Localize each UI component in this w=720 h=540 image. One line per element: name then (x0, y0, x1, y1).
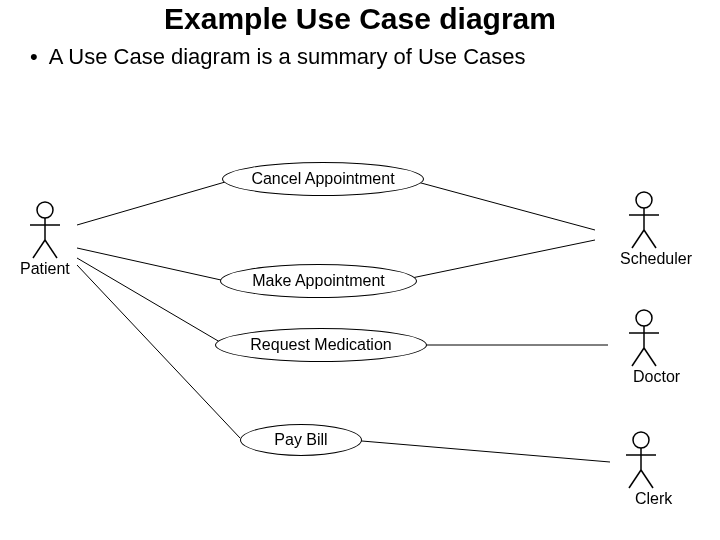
svg-line-0 (77, 180, 232, 225)
usecase-pay-bill: Pay Bill (240, 424, 362, 456)
actor-scheduler: Scheduler (595, 190, 692, 268)
actor-label-patient: Patient (20, 260, 70, 278)
svg-point-8 (37, 202, 53, 218)
svg-line-21 (632, 348, 644, 366)
svg-line-27 (641, 470, 653, 488)
svg-point-13 (636, 192, 652, 208)
actor-patient: Patient (20, 200, 70, 278)
svg-line-5 (402, 240, 595, 280)
svg-line-4 (410, 180, 595, 230)
svg-line-3 (77, 265, 240, 438)
actor-label-doctor: Doctor (633, 368, 680, 386)
stick-figure-icon (621, 430, 661, 490)
svg-line-7 (350, 440, 610, 462)
use-case-diagram: Cancel Appointment Make Appointment Requ… (0, 100, 720, 540)
svg-point-23 (633, 432, 649, 448)
usecase-request-medication: Request Medication (215, 328, 427, 362)
stick-figure-icon (25, 200, 65, 260)
actor-label-clerk: Clerk (635, 490, 672, 508)
svg-point-18 (636, 310, 652, 326)
usecase-cancel-appointment: Cancel Appointment (222, 162, 424, 196)
svg-line-22 (644, 348, 656, 366)
bullet-content: A Use Case diagram is a summary of Use C… (49, 44, 526, 69)
actor-label-scheduler: Scheduler (620, 250, 692, 268)
usecase-make-appointment: Make Appointment (220, 264, 417, 298)
actor-clerk: Clerk (610, 430, 672, 508)
stick-figure-icon (624, 308, 664, 368)
page-title: Example Use Case diagram (0, 2, 720, 36)
stick-figure-icon (624, 190, 664, 250)
svg-line-1 (77, 248, 230, 282)
svg-line-26 (629, 470, 641, 488)
svg-line-2 (77, 258, 225, 345)
svg-line-12 (45, 240, 57, 258)
svg-line-16 (632, 230, 644, 248)
svg-line-11 (33, 240, 45, 258)
bullet-text: • A Use Case diagram is a summary of Use… (30, 44, 720, 70)
actor-doctor: Doctor (608, 308, 680, 386)
svg-line-17 (644, 230, 656, 248)
